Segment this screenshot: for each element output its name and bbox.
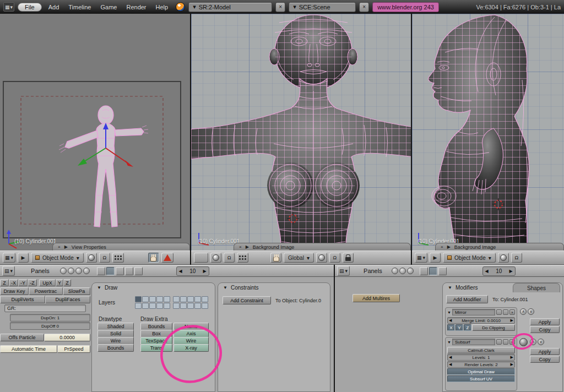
mirror-apply-button[interactable]: Apply [530, 318, 560, 325]
background-image-panel-tab[interactable]: × ▶ Background Image [234, 243, 411, 251]
modifier-name-field[interactable]: Mirror [452, 309, 495, 315]
mode-dropdown[interactable]: Object Mode ▾ [31, 253, 84, 263]
expand-icon[interactable]: ▶ [447, 244, 451, 249]
editor-type-button[interactable]: ▦ ▾ [3, 253, 15, 263]
scene-selector[interactable]: ▾ SCE:Scene [289, 2, 356, 12]
render-preview-button[interactable]: Ω [329, 253, 340, 263]
viewport-front[interactable]: (10) Cylinder.001 × ▶ Background Image [191, 14, 411, 251]
context-material-icon[interactable] [399, 268, 406, 274]
decrement-icon[interactable]: ◀ [449, 355, 452, 360]
layer-grid-1[interactable] [135, 296, 170, 309]
panels-menu[interactable]: Panels [31, 268, 50, 274]
offs-particle-toggle[interactable]: Offs Particle [0, 334, 44, 341]
collapse-icon[interactable]: ▼ [447, 311, 451, 314]
menu-game[interactable]: Game [100, 4, 117, 10]
expand-icon[interactable]: ▶ [246, 244, 249, 249]
drawtype-shaded[interactable]: Shaded [97, 323, 134, 330]
menu-help[interactable]: Help [156, 4, 169, 10]
menu-expand-button[interactable]: ▶ [430, 253, 441, 263]
drawtype-solid[interactable]: Solid [97, 330, 134, 337]
drawtype-wire[interactable]: Wire [97, 337, 134, 345]
slow-parent-button[interactable]: SlowPa [63, 287, 90, 295]
automatic-time-button[interactable]: Automatic Time [0, 345, 57, 353]
mirror-z-toggle[interactable]: Z [464, 324, 471, 331]
draw-mode-button[interactable] [210, 253, 221, 263]
draw-mode-button[interactable] [498, 253, 509, 263]
extra-wire-toggle[interactable]: Wire [173, 337, 209, 345]
subcontext-icon-5[interactable] [134, 267, 143, 275]
optimal-draw-toggle[interactable]: Optimal Draw [447, 368, 515, 375]
screen-close-button[interactable]: × [275, 2, 285, 12]
lock-button[interactable] [343, 253, 354, 263]
subcontext-icon-2[interactable] [429, 267, 437, 275]
prspeed-button[interactable]: PrSpeed [57, 345, 90, 353]
subcontext-icon-3[interactable] [438, 267, 447, 275]
subsurf-move-down-icon[interactable]: ∨ [538, 339, 544, 345]
subsurf-modifier-header[interactable]: ▼ Subsurf × [446, 337, 517, 346]
increment-icon[interactable]: ▶ [511, 362, 513, 367]
transform-orientation-dropdown[interactable]: Global ▾ [284, 253, 314, 263]
add-constraint-button[interactable]: Add Constraint [223, 296, 271, 304]
subcontext-icon-1[interactable] [420, 267, 428, 275]
context-world-icon[interactable] [407, 268, 414, 274]
extra-texspace-toggle[interactable]: TexSpace [140, 337, 172, 345]
subcontext-icon-2[interactable] [106, 267, 115, 275]
subcontext-icon-3[interactable] [116, 267, 124, 275]
up-y-button[interactable]: Y [56, 279, 63, 286]
mirror-move-up-icon[interactable]: ∧ [520, 308, 527, 315]
levels-field[interactable]: ◀ Levels: 1 ▶ [447, 354, 515, 361]
frame-stepper[interactable]: ◀ 10 ▶ [176, 266, 209, 276]
increment-icon[interactable]: ▶ [511, 318, 513, 323]
increment-icon[interactable]: ▶ [511, 355, 513, 360]
pan-tool-button[interactable] [270, 253, 281, 263]
modifier-name-field[interactable]: Subsurf [452, 339, 495, 345]
subdivision-type-dropdown[interactable]: Catmull-Clark [447, 347, 515, 353]
render-toggle-icon[interactable] [496, 339, 502, 345]
menu-file[interactable]: File [18, 3, 42, 12]
draw-key-button[interactable]: Draw Key [0, 287, 29, 295]
subsurf-uv-toggle[interactable]: Subsurf UV [447, 375, 515, 382]
context-lamp-icon[interactable] [392, 268, 398, 274]
add-modifier-button[interactable]: Add Modifier [446, 295, 488, 303]
subsurf-move-up-icon[interactable]: ∧ [530, 339, 536, 345]
screen-selector[interactable]: ▾ SR:2-Model [188, 2, 272, 12]
track-negx-button[interactable]: -X [9, 279, 18, 286]
menu-timeline[interactable]: Timeline [68, 4, 91, 10]
context-lamp-icon[interactable] [60, 268, 67, 274]
decrement-icon[interactable]: ◀ [449, 318, 452, 323]
render-toggle-icon[interactable] [496, 309, 502, 315]
context-material-icon[interactable] [68, 268, 74, 274]
camera-view-canvas[interactable] [0, 14, 190, 251]
layer-grid-2[interactable] [173, 296, 208, 309]
apply-to-cage-icon[interactable] [519, 338, 528, 346]
panels-menu[interactable]: Panels [364, 268, 382, 274]
frame-prev-icon[interactable]: ◀ [483, 269, 491, 274]
close-icon[interactable]: × [239, 244, 242, 249]
shapes-panel-tab[interactable]: Shapes [513, 283, 560, 292]
view-properties-panel-tab[interactable]: × ▶ View Properties [52, 243, 190, 251]
track-negy-button[interactable]: -Y [18, 279, 28, 286]
drawtype-bounds[interactable]: Bounds [97, 344, 134, 352]
context-texture-icon[interactable] [83, 268, 90, 274]
editor-type-button[interactable]: ▦ ▾ [415, 253, 427, 263]
subcontext-icon-4[interactable] [125, 267, 133, 275]
menu-expand-button[interactable]: ▶ [18, 253, 29, 263]
up-x-button[interactable]: UpX [39, 279, 56, 286]
delete-modifier-icon[interactable]: × [509, 309, 515, 315]
header-field[interactable] [194, 253, 208, 263]
pan-tool-button[interactable] [148, 253, 159, 263]
draw-mode-button[interactable] [86, 253, 97, 263]
do-clipping-toggle[interactable]: Do Clipping [472, 324, 515, 331]
up-z-button[interactable]: Z [63, 279, 71, 286]
subcontext-icon-1[interactable] [97, 267, 105, 275]
menu-add[interactable]: Add [48, 4, 59, 10]
pivot-button[interactable]: Ω [224, 253, 235, 263]
collapse-icon[interactable]: ▼ [448, 285, 452, 290]
merge-limit-field[interactable]: ◀ Merge Limit: 0.0010 ▶ [447, 317, 515, 324]
frame-next-icon[interactable]: ▶ [201, 269, 209, 274]
menu-render[interactable]: Render [126, 4, 146, 10]
layers-widget[interactable] [237, 253, 248, 263]
collapse-icon[interactable]: ▼ [223, 285, 227, 290]
mirror-y-toggle[interactable]: Y [455, 324, 463, 331]
editor-type-button[interactable]: ▤ ▾ [2, 266, 15, 276]
